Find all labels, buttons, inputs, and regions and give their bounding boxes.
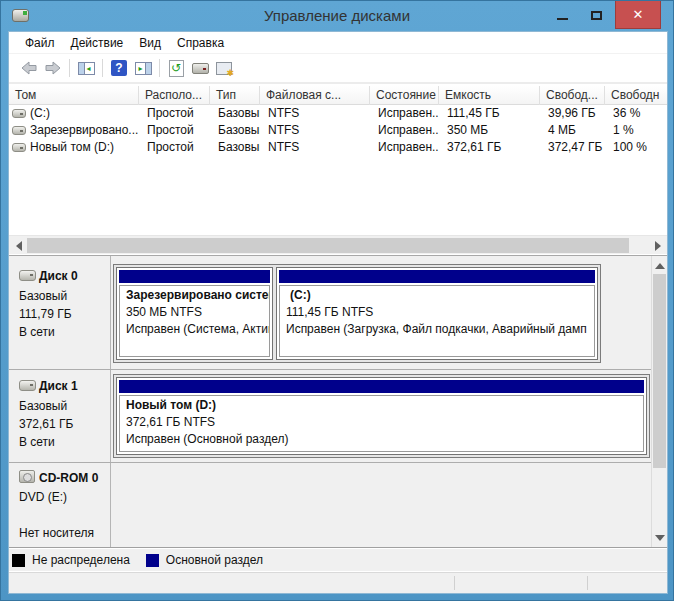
toolbar-separator <box>102 59 103 77</box>
partition-status: Исправен (Система, Актив <box>126 321 263 338</box>
horizontal-scrollbar[interactable] <box>9 235 667 254</box>
volume-layout: Простой <box>139 122 210 139</box>
maximize-button[interactable] <box>582 1 611 29</box>
scroll-down-icon[interactable] <box>652 529 668 546</box>
column-header-filesystem[interactable]: Файловая с... <box>260 86 370 105</box>
horizontal-scrollbar-thumb[interactable] <box>27 238 629 253</box>
disk-name: Диск 0 <box>39 269 78 283</box>
column-header-free-pct[interactable]: Свободн <box>605 86 669 105</box>
rescan-disks-icon[interactable] <box>189 57 211 79</box>
partition-color-bar <box>279 270 595 283</box>
disk-size: 111,79 ГБ <box>19 306 72 322</box>
volume-type: Базовый <box>210 122 260 139</box>
disk-name: CD-ROM 0 <box>39 471 98 485</box>
volume-free: 39,96 ГБ <box>540 105 605 122</box>
volume-layout: Простой <box>139 105 210 122</box>
disk1-graph: Новый том (D:) 372,61 ГБ NTFS Исправен (… <box>113 374 650 458</box>
disk-graph-pane: Диск 0 Базовый 111,79 ГБ В сети Зарезерв… <box>9 255 667 548</box>
partition-d[interactable]: Новый том (D:) 372,61 ГБ NTFS Исправен (… <box>116 377 647 455</box>
volume-fs: NTFS <box>260 105 370 122</box>
disk-size: 372,61 ГБ <box>19 416 73 432</box>
volume-free: 372,47 ГБ <box>540 139 605 156</box>
column-header-free[interactable]: Свобод... <box>540 86 605 105</box>
titlebar: Управление дисками ✕ <box>1 1 673 31</box>
vertical-scrollbar-thumb[interactable] <box>653 274 666 468</box>
menu-view[interactable]: Вид <box>131 32 169 53</box>
disk-management-window: Управление дисками ✕ Файл Действие Вид С… <box>0 0 674 601</box>
menu-action[interactable]: Действие <box>63 32 132 53</box>
column-header-capacity[interactable]: Емкость <box>439 86 540 105</box>
disk-options-icon[interactable] <box>213 57 235 79</box>
cdrom-label-panel[interactable]: CD-ROM 0 DVD (E:) Нет носителя <box>9 462 110 549</box>
partition-size: 372,61 ГБ NTFS <box>126 414 637 431</box>
disk-name: Диск 1 <box>39 379 78 393</box>
volume-capacity: 350 МБ <box>439 122 540 139</box>
disk1-label-panel[interactable]: Диск 1 Базовый 372,61 ГБ В сети <box>9 369 110 462</box>
legend-unallocated-label: Не распределена <box>32 553 130 567</box>
disk0-label-panel[interactable]: Диск 0 Базовый 111,79 ГБ В сети <box>9 256 110 369</box>
menu-bar: Файл Действие Вид Справка <box>9 32 667 54</box>
legend-primary-label: Основной раздел <box>166 553 263 567</box>
status-bar <box>9 572 667 593</box>
hdd-icon <box>19 380 36 391</box>
table-row[interactable]: (C:) Простой Базовый NTFS Исправен... 11… <box>9 105 667 122</box>
table-row[interactable]: Зарезервировано... Простой Базовый NTFS … <box>9 122 667 139</box>
menu-help[interactable]: Справка <box>169 32 232 53</box>
disk-type: Базовый <box>19 288 67 304</box>
column-header-status[interactable]: Состояние <box>370 86 439 105</box>
back-icon[interactable] <box>18 57 40 79</box>
volume-layout: Простой <box>139 139 210 156</box>
volume-fs: NTFS <box>260 139 370 156</box>
close-icon: ✕ <box>633 7 644 22</box>
partition-c[interactable]: (C:) 111,45 ГБ NTFS Исправен (Загрузка, … <box>276 267 598 360</box>
vertical-scrollbar[interactable] <box>651 256 667 547</box>
show-console-tree-icon[interactable]: ◂ <box>75 57 97 79</box>
legend-bar: Не распределена Основной раздел <box>9 549 667 571</box>
column-header-volume[interactable]: Том <box>9 86 139 105</box>
show-action-pane-icon[interactable]: ▸ <box>132 57 154 79</box>
partition-system-reserved[interactable]: Зарезервировано систем 350 МБ NTFS Испра… <box>116 267 273 360</box>
minimize-icon <box>557 18 568 20</box>
volume-type: Базовый <box>210 139 260 156</box>
volume-icon <box>12 109 26 118</box>
refresh-icon[interactable]: ↺ <box>165 57 187 79</box>
disk-type: Базовый <box>19 398 67 414</box>
partition-color-bar <box>119 270 270 283</box>
scroll-up-icon[interactable] <box>652 257 668 274</box>
forward-icon[interactable] <box>42 57 64 79</box>
volume-free-pct: 36 % <box>605 105 669 122</box>
help-icon[interactable]: ? <box>108 57 130 79</box>
volume-status: Исправен... <box>370 105 439 122</box>
column-header-type[interactable]: Тип <box>210 86 260 105</box>
divider <box>110 256 111 547</box>
column-header-layout[interactable]: Располо... <box>139 86 210 105</box>
volume-icon <box>12 126 26 135</box>
partition-name: Новый том (D:) <box>126 397 637 414</box>
volume-status: Исправен... <box>370 139 439 156</box>
scroll-right-icon[interactable] <box>649 237 666 254</box>
toolbar: ◂ ? ▸ ↺ <box>9 54 667 84</box>
volume-free-pct: 1 % <box>605 122 669 139</box>
menu-file[interactable]: Файл <box>17 32 63 53</box>
toolbar-separator <box>69 59 70 77</box>
disk-status: В сети <box>19 324 55 340</box>
client-area: Файл Действие Вид Справка ◂ ? ▸ <box>8 31 668 594</box>
maximize-icon <box>591 11 602 20</box>
volume-free: 4 МБ <box>540 122 605 139</box>
partition-status: Исправен (Основной раздел) <box>126 431 637 448</box>
partition-size: 350 МБ NTFS <box>126 304 263 321</box>
minimize-button[interactable] <box>548 1 577 29</box>
status-bar-divider <box>454 576 455 590</box>
volume-free-pct: 100 % <box>605 139 669 156</box>
volume-capacity: 111,45 ГБ <box>439 105 540 122</box>
close-button[interactable]: ✕ <box>615 1 661 29</box>
table-row[interactable]: Новый том (D:) Простой Базовый NTFS Испр… <box>9 139 667 156</box>
volume-icon <box>12 143 26 152</box>
hdd-icon <box>19 270 36 281</box>
scroll-left-icon[interactable] <box>10 237 27 254</box>
volume-list-header: Том Располо... Тип Файловая с... Состоян… <box>9 86 667 105</box>
toolbar-separator <box>159 59 160 77</box>
volume-list: (C:) Простой Базовый NTFS Исправен... 11… <box>9 105 667 235</box>
volume-name: (C:) <box>30 106 50 120</box>
primary-partition-swatch <box>146 554 159 567</box>
